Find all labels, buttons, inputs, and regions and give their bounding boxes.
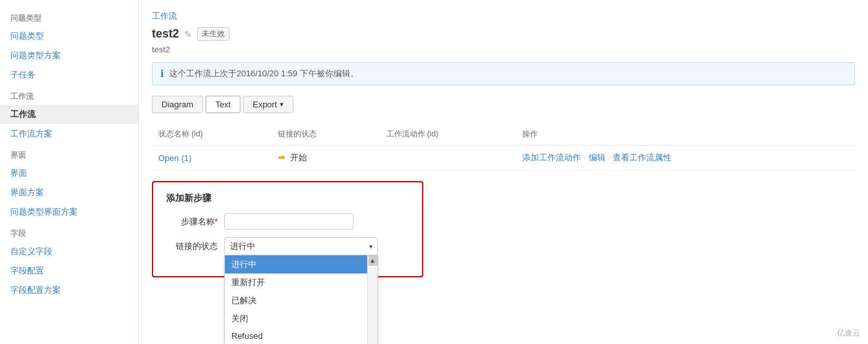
breadcrumb[interactable]: 工作流 (152, 10, 855, 22)
text-button[interactable]: Text (206, 96, 240, 113)
linked-state-row: 链接的状态 进行中 ▾ 进行中 重新打开 已解决 关闭 Refused Post… (166, 237, 409, 255)
sidebar-section-field: 字段 (0, 222, 138, 242)
info-icon: ℹ (160, 68, 164, 80)
edit-icon[interactable]: ✎ (184, 29, 192, 39)
sidebar: 问题类型 问题类型 问题类型方案 子任务 工作流 工作流 工作流方案 界面 界面… (0, 0, 139, 344)
sidebar-item-field-config-scheme[interactable]: 字段配置方案 (0, 281, 138, 300)
sidebar-item-custom-field[interactable]: 自定义字段 (0, 242, 138, 261)
step-name-label: 步骤名称* (166, 216, 218, 228)
linked-state-select-wrapper: 进行中 ▾ 进行中 重新打开 已解决 关闭 Refused Postpone V… (224, 237, 378, 255)
linked-state-select[interactable]: 进行中 ▾ (224, 237, 378, 255)
page-title-row: test2 ✎ 未生效 (152, 27, 855, 41)
select-arrow-icon: ▾ (369, 242, 373, 251)
sidebar-section-workflow: 工作流 (0, 85, 138, 105)
sidebar-item-issue-type[interactable]: 问题类型 (0, 27, 138, 46)
page-description: test2 (152, 45, 855, 54)
status-badge: 未生效 (197, 27, 229, 41)
dropdown-item-3[interactable]: 关闭 (225, 310, 367, 328)
dropdown-item-4[interactable]: Refused (225, 328, 367, 344)
step-name-row: 步骤名称* (166, 213, 409, 230)
export-dropdown-arrow: ▾ (280, 100, 284, 109)
start-arrow: ➡ (278, 153, 285, 162)
sidebar-item-screen[interactable]: 界面 (0, 164, 138, 183)
export-button[interactable]: Export ▾ (243, 96, 293, 113)
sidebar-section-screen: 界面 (0, 144, 138, 164)
watermark: 亿速云 (837, 328, 860, 339)
add-step-title: 添加新步骤 (166, 193, 409, 204)
workflow-table: 状态名称 (id) 链接的状态 工作流动作 (id) 操作 Open (1) ➡… (152, 124, 855, 171)
action-links: 添加工作流动作 · 编辑 · 查看工作流属性 (522, 152, 849, 164)
selected-option-label: 进行中 (230, 241, 255, 252)
step-name-input[interactable] (224, 213, 354, 230)
dropdown-item-1[interactable]: 重新打开 (225, 274, 367, 292)
toolbar: Diagram Text Export ▾ (152, 96, 855, 113)
dropdown-item-0[interactable]: 进行中 (225, 255, 367, 274)
info-message: 这个工作流上次于2016/10/20 1:59 下午被你编辑。 (169, 68, 359, 80)
diagram-button[interactable]: Diagram (152, 96, 203, 113)
col-workflow-action: 工作流动作 (id) (380, 124, 516, 145)
sidebar-item-screen-scheme[interactable]: 界面方案 (0, 183, 138, 202)
sidebar-item-issue-type-scheme[interactable]: 问题类型方案 (0, 46, 138, 65)
col-state-name: 状态名称 (id) (152, 124, 271, 145)
sidebar-item-workflow-scheme[interactable]: 工作流方案 (0, 124, 138, 144)
linked-state-value: 开始 (290, 153, 307, 162)
view-workflow-properties-link[interactable]: 查看工作流属性 (613, 152, 672, 164)
dropdown-scrollbar: ▲ (367, 255, 377, 344)
scroll-up-btn[interactable]: ▲ (368, 255, 377, 266)
state-name-link[interactable]: Open (1) (158, 153, 191, 163)
workflow-action-value (380, 145, 516, 171)
page-title: test2 (152, 27, 179, 41)
linked-state-label: 链接的状态 (166, 241, 218, 252)
export-label: Export (253, 100, 277, 109)
edit-link[interactable]: 编辑 (589, 152, 606, 164)
dropdown-list: 进行中 重新打开 已解决 关闭 Refused Postpone Verifie… (224, 255, 378, 344)
dropdown-item-2[interactable]: 已解决 (225, 292, 367, 310)
sidebar-item-field-config[interactable]: 字段配置 (0, 261, 138, 281)
col-linked-state: 链接的状态 (271, 124, 379, 145)
sidebar-item-issue-type-screen-scheme[interactable]: 问题类型界面方案 (0, 202, 138, 222)
add-step-box: 添加新步骤 步骤名称* 链接的状态 进行中 ▾ 进行中 重新打开 已解决 (152, 181, 423, 277)
table-row: Open (1) ➡ 开始 添加工作流动作 · 编辑 · 查看工作流属性 (152, 145, 855, 171)
add-workflow-action-link[interactable]: 添加工作流动作 (522, 152, 581, 164)
sidebar-item-subtask[interactable]: 子任务 (0, 65, 138, 85)
main-content: 工作流 test2 ✎ 未生效 test2 ℹ 这个工作流上次于2016/10/… (139, 0, 868, 344)
sidebar-item-workflow[interactable]: 工作流 (0, 105, 138, 124)
info-box: ℹ 这个工作流上次于2016/10/20 1:59 下午被你编辑。 (152, 62, 855, 85)
col-operations: 操作 (516, 124, 855, 145)
sidebar-section-issue-type: 问题类型 (0, 6, 138, 27)
